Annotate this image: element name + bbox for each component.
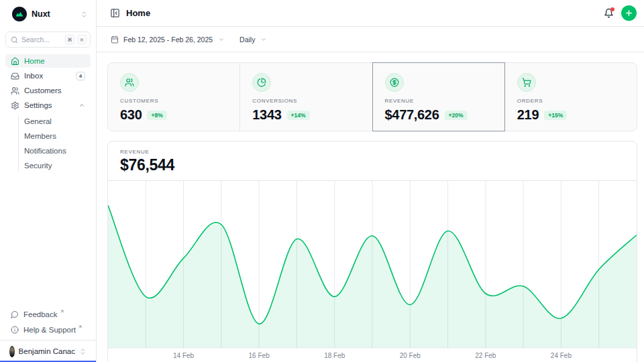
topbar: Home — [97, 0, 644, 27]
sidebar-item-customers[interactable]: Customers — [5, 84, 91, 97]
search-input[interactable]: Search... ⌘ K — [5, 32, 91, 48]
chevron-down-icon — [260, 36, 267, 43]
inbox-icon — [11, 72, 19, 80]
app-root: Nuxt Search... ⌘ K Home — [0, 0, 644, 362]
notifications-button[interactable] — [604, 8, 614, 18]
stat-label: REVENUE — [385, 98, 495, 104]
help-support-label: Help & Support — [23, 326, 76, 334]
chart-value: $76,544 — [120, 156, 625, 174]
cart-icon — [517, 73, 536, 92]
stat-value: 630 — [120, 107, 142, 123]
sidebar-footer: Feedback Help & Support — [5, 308, 91, 340]
home-icon — [11, 57, 19, 66]
granularity-select[interactable]: Daily — [239, 36, 267, 44]
stat-delta-badge: +20% — [445, 111, 468, 120]
stat-card-conversions[interactable]: CONVERSIONS 1343 +14% — [239, 62, 372, 131]
search-icon — [11, 36, 18, 44]
sidebar: Nuxt Search... ⌘ K Home — [0, 0, 97, 362]
revenue-area-chart[interactable]: 14 Feb16 Feb18 Feb20 Feb22 Feb24 Feb — [108, 181, 637, 362]
stat-delta-badge: +14% — [287, 111, 310, 120]
date-range-label: Feb 12, 2025 - Feb 26, 2025 — [123, 36, 213, 44]
external-link-icon — [60, 309, 64, 314]
svg-text:14 Feb: 14 Feb — [173, 352, 195, 359]
sidebar-item-settings[interactable]: Settings — [5, 99, 91, 112]
stat-card-orders[interactable]: ORDERS 219 +15% — [504, 62, 637, 131]
stat-label: CUSTOMERS — [120, 98, 230, 104]
search-placeholder: Search... — [21, 36, 62, 44]
chart-title: REVENUE — [120, 149, 625, 155]
stat-card-customers[interactable]: CUSTOMERS 630 +8% — [107, 62, 240, 131]
kbd-cmd: ⌘ — [65, 35, 74, 44]
chevrons-up-down-icon — [80, 11, 88, 18]
sidebar-user-section: Benjamin Canac — [0, 340, 96, 362]
stat-value: $477,626 — [385, 107, 439, 123]
collapse-sidebar-icon[interactable] — [110, 8, 120, 18]
feedback-link[interactable]: Feedback — [5, 308, 91, 320]
sidebar-item-label: Customers — [24, 86, 62, 95]
svg-text:22 Feb: 22 Feb — [475, 352, 496, 359]
notification-dot — [610, 7, 614, 11]
svg-text:24 Feb: 24 Feb — [551, 352, 572, 359]
add-button[interactable] — [621, 5, 637, 21]
calendar-icon — [111, 36, 119, 44]
sidebar-nav: Home Inbox 4 Customers Settings — [5, 54, 91, 173]
stat-label: ORDERS — [517, 98, 627, 104]
stat-card-revenue[interactable]: REVENUE $477,626 +20% — [372, 62, 505, 131]
settings-subnav: General Members Notifications Security — [18, 114, 91, 173]
workspace-name: Nuxt — [32, 9, 76, 19]
svg-text:16 Feb: 16 Feb — [249, 352, 270, 359]
stat-value: 219 — [517, 107, 539, 123]
sidebar-item-home[interactable]: Home — [5, 54, 91, 68]
stats-row: CUSTOMERS 630 +8% CONVERSIONS 1343 +14% — [107, 62, 637, 131]
stat-delta-badge: +15% — [544, 111, 567, 120]
message-circle-icon — [11, 310, 19, 318]
pie-chart-icon — [252, 73, 271, 92]
sidebar-item-members[interactable]: Members — [24, 129, 91, 143]
chevron-down-icon — [218, 36, 225, 43]
sidebar-item-label: Inbox — [24, 72, 43, 80]
gear-icon — [11, 101, 19, 110]
workspace-switcher[interactable]: Nuxt — [5, 5, 91, 23]
svg-text:20 Feb: 20 Feb — [400, 352, 421, 359]
users-icon — [120, 73, 139, 92]
revenue-chart-card: REVENUE $76,544 14 Feb16 Feb18 Feb20 Feb… — [107, 141, 637, 362]
stat-delta-badge: +8% — [147, 111, 166, 120]
stat-label: CONVERSIONS — [252, 98, 362, 104]
info-icon — [11, 326, 19, 334]
users-icon — [11, 86, 19, 95]
external-link-icon — [78, 324, 83, 329]
sidebar-item-inbox[interactable]: Inbox 4 — [5, 69, 91, 82]
sidebar-item-label: Home — [24, 57, 45, 65]
main-area: Home Feb 12, 2025 - Feb 26, 2025 — [97, 0, 644, 362]
page-title: Home — [126, 8, 150, 18]
content: CUSTOMERS 630 +8% CONVERSIONS 1343 +14% — [97, 52, 644, 362]
granularity-label: Daily — [239, 36, 255, 44]
stat-value: 1343 — [252, 107, 281, 123]
inbox-count-badge: 4 — [76, 72, 85, 80]
sidebar-item-notifications[interactable]: Notifications — [24, 143, 91, 158]
avatar — [9, 346, 15, 357]
dollar-circle-icon — [385, 73, 404, 92]
sidebar-item-general[interactable]: General — [24, 114, 91, 129]
kbd-k: K — [78, 35, 87, 44]
svg-text:18 Feb: 18 Feb — [324, 352, 345, 359]
filter-toolbar: Feb 12, 2025 - Feb 26, 2025 Daily — [97, 27, 644, 52]
sidebar-item-label: Settings — [24, 101, 52, 109]
help-support-link[interactable]: Help & Support — [5, 323, 91, 336]
chevron-up-icon — [78, 102, 85, 109]
chart-header: REVENUE $76,544 — [108, 141, 637, 181]
feedback-label: Feedback — [23, 310, 58, 318]
user-menu[interactable]: Benjamin Canac — [5, 344, 91, 359]
sidebar-item-security[interactable]: Security — [24, 158, 91, 173]
nuxt-logo — [12, 7, 27, 21]
user-name: Benjamin Canac — [19, 347, 75, 355]
date-range-picker[interactable]: Feb 12, 2025 - Feb 26, 2025 — [111, 36, 225, 44]
chevrons-up-down-icon — [79, 348, 87, 355]
